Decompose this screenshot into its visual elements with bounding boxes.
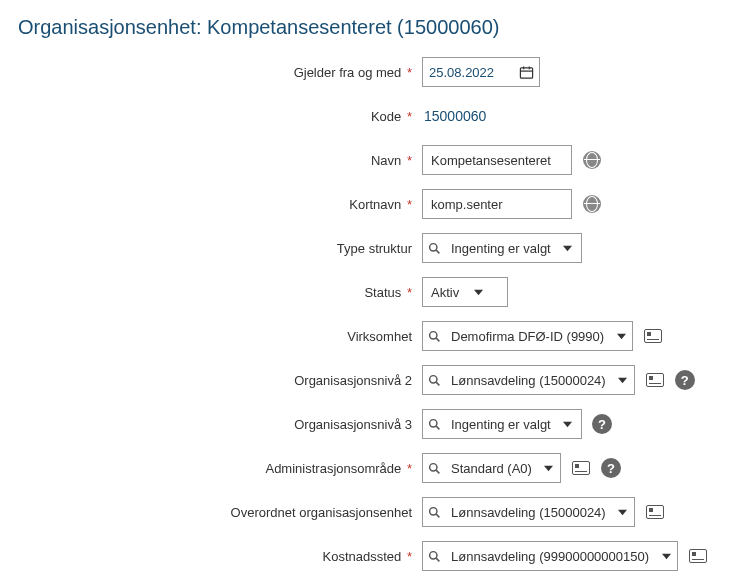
status-value: Aktiv <box>423 278 467 306</box>
required-mark: * <box>407 109 412 124</box>
label-orgniv3: Organisasjonsnivå 3 <box>12 417 422 432</box>
status-select[interactable]: Aktiv <box>422 277 508 307</box>
svg-point-4 <box>429 243 436 250</box>
svg-line-9 <box>436 338 439 341</box>
chevron-down-icon <box>612 366 634 394</box>
chevron-down-icon <box>538 454 560 482</box>
svg-point-8 <box>429 331 436 338</box>
svg-marker-22 <box>618 509 627 514</box>
kostnadssted-combo[interactable]: Lønnsavdeling (99900000000150) <box>422 541 678 571</box>
card-icon[interactable] <box>643 326 663 346</box>
required-mark: * <box>407 65 412 80</box>
svg-marker-7 <box>474 289 483 294</box>
orgniv3-combo[interactable]: Ingenting er valgt <box>422 409 582 439</box>
svg-line-5 <box>436 250 439 253</box>
svg-point-23 <box>429 551 436 558</box>
svg-line-24 <box>436 558 439 561</box>
help-icon[interactable]: ? <box>592 414 612 434</box>
required-mark: * <box>407 549 412 564</box>
label-admomr: Administrasjonsområde * <box>12 461 422 476</box>
label-status: Status * <box>12 285 422 300</box>
globe-icon[interactable] <box>582 150 602 170</box>
required-mark: * <box>407 153 412 168</box>
help-icon[interactable]: ? <box>675 370 695 390</box>
search-icon <box>423 322 445 350</box>
gjelder-date-text[interactable] <box>423 58 513 86</box>
chevron-down-icon <box>467 278 489 306</box>
page-title: Organisasjonsenhet: Kompetansesenteret (… <box>18 16 733 39</box>
search-icon <box>423 234 445 262</box>
card-icon[interactable] <box>688 546 708 566</box>
search-icon <box>423 542 445 570</box>
orgniv2-combo[interactable]: Lønnsavdeling (15000024) <box>422 365 635 395</box>
label-overordnet: Overordnet organisasjonsenhet <box>12 505 422 520</box>
gjelder-date-input[interactable] <box>422 57 540 87</box>
card-icon[interactable] <box>645 370 665 390</box>
svg-marker-25 <box>662 553 671 558</box>
kortnavn-input[interactable] <box>422 189 572 219</box>
typestruktur-combo[interactable]: Ingenting er valgt <box>422 233 582 263</box>
required-mark: * <box>407 285 412 300</box>
required-mark: * <box>407 197 412 212</box>
svg-rect-0 <box>520 67 532 77</box>
calendar-icon[interactable] <box>513 58 539 86</box>
label-virksomhet: Virksomhet <box>12 329 422 344</box>
orgniv2-value: Lønnsavdeling (15000024) <box>445 366 612 394</box>
svg-line-21 <box>436 514 439 517</box>
overordnet-value: Lønnsavdeling (15000024) <box>445 498 612 526</box>
card-icon[interactable] <box>645 502 665 522</box>
virksomhet-combo[interactable]: Demofirma DFØ-ID (9990) <box>422 321 633 351</box>
svg-marker-19 <box>544 465 553 470</box>
kostnadssted-value: Lønnsavdeling (99900000000150) <box>445 542 655 570</box>
virksomhet-value: Demofirma DFØ-ID (9990) <box>445 322 610 350</box>
chevron-down-icon <box>655 542 677 570</box>
svg-point-11 <box>429 375 436 382</box>
help-icon[interactable]: ? <box>601 458 621 478</box>
label-gjelder: Gjelder fra og med * <box>12 65 422 80</box>
label-orgniv2: Organisasjonsnivå 2 <box>12 373 422 388</box>
required-mark: * <box>407 461 412 476</box>
card-icon[interactable] <box>571 458 591 478</box>
label-typestruktur: Type struktur <box>12 241 422 256</box>
orgniv3-value: Ingenting er valgt <box>445 410 557 438</box>
chevron-down-icon <box>610 322 632 350</box>
search-icon <box>423 366 445 394</box>
label-kortnavn: Kortnavn * <box>12 197 422 212</box>
kode-value: 15000060 <box>422 108 486 124</box>
svg-marker-13 <box>618 377 627 382</box>
label-kostnadssted: Kostnadssted * <box>12 549 422 564</box>
chevron-down-icon <box>557 410 579 438</box>
svg-line-15 <box>436 426 439 429</box>
search-icon <box>423 498 445 526</box>
admomr-value: Standard (A0) <box>445 454 538 482</box>
svg-line-12 <box>436 382 439 385</box>
overordnet-combo[interactable]: Lønnsavdeling (15000024) <box>422 497 635 527</box>
svg-marker-10 <box>617 333 626 338</box>
typestruktur-value: Ingenting er valgt <box>445 234 557 262</box>
svg-point-14 <box>429 419 436 426</box>
search-icon <box>423 410 445 438</box>
globe-icon[interactable] <box>582 194 602 214</box>
org-unit-form: Gjelder fra og med * Kode * 15000060 Nav… <box>12 57 733 579</box>
chevron-down-icon <box>557 234 579 262</box>
label-kode: Kode * <box>12 109 422 124</box>
svg-point-17 <box>429 463 436 470</box>
label-navn: Navn * <box>12 153 422 168</box>
navn-input[interactable] <box>422 145 572 175</box>
svg-marker-6 <box>563 245 572 250</box>
search-icon <box>423 454 445 482</box>
admomr-combo[interactable]: Standard (A0) <box>422 453 561 483</box>
svg-marker-16 <box>563 421 572 426</box>
chevron-down-icon <box>612 498 634 526</box>
svg-point-20 <box>429 507 436 514</box>
svg-line-18 <box>436 470 439 473</box>
